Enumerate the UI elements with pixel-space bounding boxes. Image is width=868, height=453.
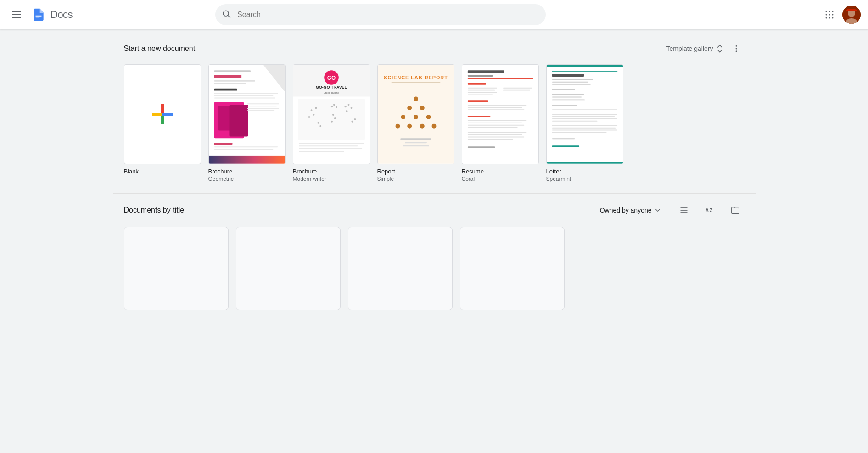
letter-spearmint-thumb [546,64,623,164]
svg-rect-132 [552,112,615,112]
document-card[interactable] [460,227,565,310]
svg-rect-130 [552,105,577,106]
svg-rect-2 [35,18,39,18]
user-avatar[interactable] [842,6,861,24]
owned-by-filter-button[interactable]: Owned by anyone [594,202,667,218]
svg-rect-43 [247,108,279,109]
svg-rect-107 [467,107,522,108]
svg-rect-135 [552,118,617,119]
svg-point-70 [351,121,353,123]
report-simple-thumb: SCIENCE LAB REPORT [377,64,454,164]
template-gallery-button[interactable]: Template gallery [666,44,724,53]
svg-rect-44 [247,110,274,111]
search-input[interactable] [215,4,546,25]
svg-point-64 [334,117,336,119]
svg-rect-40 [229,105,248,136]
svg-rect-138 [552,128,615,129]
expand-icon [715,44,724,53]
template-card-brochure-modern[interactable]: GO GO-GO TRAVEL Enter Tagline [293,64,370,182]
svg-point-62 [335,106,337,108]
svg-point-6 [829,11,830,12]
svg-rect-124 [552,82,588,83]
svg-rect-143 [547,162,623,164]
resume-coral-thumb [462,64,539,164]
svg-point-21 [735,50,737,52]
folder-icon [730,205,740,215]
svg-rect-123 [552,79,593,80]
svg-rect-112 [467,125,524,126]
svg-rect-27 [162,113,173,116]
svg-point-66 [344,106,346,107]
template-card-letter[interactable]: Letter Spearmint [546,64,623,182]
svg-point-73 [319,125,321,127]
svg-rect-41 [247,103,279,104]
sort-button[interactable]: A Z [700,201,719,219]
svg-rect-99 [467,88,497,89]
template-card-brochure-geometric[interactable]: Brochure Geometric [208,64,286,182]
document-card[interactable] [236,227,341,310]
svg-point-89 [420,124,424,129]
template-card-report[interactable]: SCIENCE LAB REPORT [377,64,454,182]
svg-point-60 [331,106,333,107]
svg-rect-121 [552,71,617,72]
template-card-blank[interactable]: Blank [124,64,201,182]
svg-text:SCIENCE LAB REPORT: SCIENCE LAB REPORT [384,75,448,80]
svg-point-7 [832,11,833,12]
svg-point-82 [407,106,412,110]
hamburger-menu-button[interactable] [7,6,26,24]
svg-rect-30 [214,70,250,72]
svg-point-86 [426,115,431,119]
svg-rect-42 [247,106,276,106]
svg-rect-146 [680,212,687,213]
svg-rect-122 [552,74,583,77]
svg-point-65 [331,121,333,123]
svg-rect-118 [467,146,494,148]
svg-rect-98 [467,83,486,85]
svg-rect-0 [35,15,41,15]
document-card[interactable] [124,227,229,310]
more-options-button[interactable] [728,40,745,57]
app-logo-link[interactable]: Docs [29,6,73,24]
svg-point-11 [825,17,827,19]
document-card[interactable] [348,227,453,310]
svg-rect-100 [467,90,494,91]
list-view-button[interactable] [675,201,693,219]
blank-template-thumb [124,64,201,164]
svg-point-87 [395,124,400,129]
svg-text:Enter Tagline: Enter Tagline [323,91,339,94]
svg-rect-45 [214,143,232,145]
svg-rect-92 [405,142,426,143]
svg-rect-116 [467,136,524,137]
svg-rect-37 [214,97,275,98]
svg-rect-26 [152,113,162,116]
svg-point-59 [308,116,310,118]
svg-rect-36 [214,95,273,96]
template-card-resume[interactable]: Resume Coral [462,64,539,182]
svg-rect-140 [552,132,606,133]
svg-rect-75 [298,145,357,146]
svg-point-61 [333,104,335,106]
google-apps-button[interactable] [820,6,839,24]
resume-coral-name: Resume [462,168,539,175]
svg-rect-74 [298,143,364,144]
folder-view-button[interactable] [726,201,745,219]
svg-text:GO: GO [327,75,335,81]
document-thumbnail [124,227,228,310]
svg-rect-134 [552,116,614,117]
document-thumbnail [460,227,564,310]
search-bar [215,4,546,25]
svg-rect-33 [214,83,246,84]
svg-rect-127 [552,94,583,95]
brochure-modern-sub: Modern writer [293,176,370,182]
svg-rect-142 [552,145,579,147]
svg-point-56 [310,109,312,111]
svg-rect-24 [161,104,164,114]
svg-rect-109 [467,116,490,117]
svg-rect-95 [467,70,504,73]
svg-text:GO-GO TRAVEL: GO-GO TRAVEL [316,85,347,89]
svg-point-84 [401,115,405,119]
svg-rect-137 [552,125,617,126]
svg-rect-47 [214,149,273,150]
brochure-geometric-name: Brochure [208,168,286,175]
svg-rect-128 [552,96,581,97]
